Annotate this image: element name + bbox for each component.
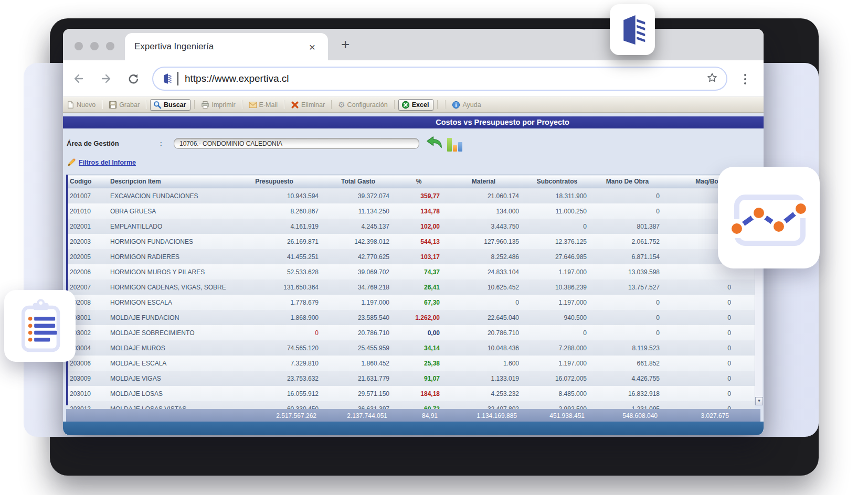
cell-1: EMPLANTILLADO <box>108 219 226 234</box>
eliminar-button[interactable]: Eliminar <box>288 100 327 110</box>
col-total-gasto: Total Gasto <box>323 175 394 188</box>
url-bar[interactable] <box>152 67 727 91</box>
cell-8: 0 <box>664 325 755 340</box>
cell-2: 10.943.594 <box>226 188 323 204</box>
cell-4: 184,18 <box>394 386 444 401</box>
table-row[interactable]: 202008HORMIGON ESCALA1.778.6791.197.0006… <box>68 295 755 310</box>
reload-button[interactable] <box>127 72 140 87</box>
imprimir-label: Imprimir <box>211 101 235 109</box>
cell-1: EXCAVACION FUNDACIONES <box>108 188 226 204</box>
cell-5: 1.133.019 <box>444 371 523 386</box>
cell-1: MOLDAJE SOBRECIMIENTO <box>108 325 226 340</box>
email-button[interactable]: E-Mail <box>246 101 280 109</box>
total-cell-4: 84,91 <box>391 409 442 423</box>
table-row[interactable]: 202003HORMIGON FUNDACIONES26.169.871142.… <box>68 234 755 249</box>
table-row[interactable]: 202005HORMIGON RADIERES41.455.25142.770.… <box>68 249 755 264</box>
cell-8: 0 <box>664 295 755 310</box>
cell-1: OBRA GRUESA <box>108 203 226 219</box>
area-gestion-label: Área de Gestión <box>67 139 160 147</box>
cell-3: 21.631.779 <box>323 371 394 386</box>
cell-6: 12.376.125 <box>523 234 591 249</box>
cell-8: 0 <box>664 279 755 295</box>
total-cell-3: 2.137.744.051 <box>321 409 391 423</box>
table-row[interactable]: 202001EMPLANTILLADO4.161.9194.245.137102… <box>68 219 755 234</box>
cell-5: 22.645.040 <box>444 310 523 325</box>
new-page-icon <box>67 101 75 109</box>
total-cell-7: 548.608.040 <box>589 409 662 423</box>
area-gestion-colon: : <box>160 139 174 147</box>
cell-2: 16.055.912 <box>226 386 323 401</box>
ayuda-button[interactable]: Ayuda <box>449 100 483 110</box>
cell-7: 0 <box>591 325 664 340</box>
cell-1: MOLDAJE FUNDACION <box>108 310 226 325</box>
total-cell-1 <box>105 409 224 423</box>
table-row[interactable]: 203006MOLDAJE ESCALA7.329.8101.860.45225… <box>68 356 755 371</box>
nuevo-label: Nuevo <box>77 101 96 109</box>
cell-7: 661.852 <box>591 356 664 371</box>
undo-arrow-button[interactable] <box>426 135 443 152</box>
cell-6: 1.197.000 <box>523 295 591 310</box>
table-row[interactable]: 202007HORMIGON CADENAS, VIGAS, SOBRELOSA… <box>68 279 755 295</box>
col-presupuesto: Presupuesto <box>226 175 323 188</box>
cell-8: 0 <box>664 371 755 386</box>
cell-6: 11.000.250 <box>523 203 591 219</box>
cell-3: 1.197.000 <box>323 295 394 310</box>
toolbar-separator <box>242 100 242 109</box>
nuevo-button[interactable]: Nuevo <box>64 100 98 110</box>
new-tab-button[interactable]: + <box>336 34 355 55</box>
browser-tab[interactable]: Expertiva Ingeniería × <box>125 33 328 60</box>
delete-x-icon <box>291 101 299 109</box>
table-row[interactable]: 203001MOLDAJE FUNDACION1.868.90023.585.5… <box>68 310 755 325</box>
cell-5: 20.786.710 <box>444 325 523 340</box>
table-row[interactable]: 203010MOLDAJE LOSAS16.055.91229.571.1501… <box>68 386 755 401</box>
browser-menu-icon[interactable] <box>741 73 749 85</box>
bar-chart-button[interactable] <box>447 137 462 152</box>
cell-4: 1.262,00 <box>394 310 444 325</box>
table-row[interactable]: 202006HORMIGON MUROS Y PILARES52.533.628… <box>68 264 755 279</box>
excel-icon <box>401 101 410 109</box>
email-label: E-Mail <box>259 101 278 109</box>
toolbar-separator <box>284 100 284 109</box>
cell-5: 0 <box>444 295 523 310</box>
table-row[interactable]: 201010OBRA GRUESA8.260.86711.134.250134,… <box>68 203 755 219</box>
cell-7: 13.039.598 <box>591 264 664 279</box>
back-button[interactable] <box>72 72 85 87</box>
table-row[interactable]: 201007EXCAVACION FUNDACIONES10.943.59439… <box>68 188 755 204</box>
cell-7: 2.061.752 <box>591 234 664 249</box>
cell-6: 1.197.000 <box>523 264 591 279</box>
cell-1: MOLDAJE LOSAS <box>108 386 226 401</box>
cell-0: 201007 <box>68 188 108 204</box>
table-header-row: Codigo Descripcion Item Presupuesto Tota… <box>68 175 755 188</box>
area-gestion-input[interactable] <box>174 138 419 149</box>
clipboard-card <box>4 290 76 362</box>
cell-4: 102,00 <box>394 219 444 234</box>
excel-button[interactable]: Excel <box>398 99 434 111</box>
imprimir-button[interactable]: Imprimir <box>198 100 238 110</box>
building-logo-icon <box>618 13 647 47</box>
cell-6: 8.485.000 <box>523 386 591 401</box>
scroll-down-button[interactable]: ▼ <box>755 397 763 405</box>
url-input[interactable] <box>184 72 706 85</box>
cell-4: 25,38 <box>394 356 444 371</box>
forward-button[interactable] <box>100 72 112 87</box>
tab-close-icon[interactable]: × <box>306 40 319 53</box>
gear-icon: ⚙ <box>338 101 345 109</box>
filtros-del-informe-link[interactable]: Filtros del Informe <box>79 159 136 166</box>
cell-3: 39.069.702 <box>323 264 394 279</box>
configuracion-button[interactable]: ⚙ Configuración <box>335 100 390 109</box>
table-row[interactable]: 203002MOLDAJE SOBRECIMIENTO020.786.7100,… <box>68 325 755 340</box>
totals-row: 2.517.567.2622.137.744.05184,911.134.169… <box>66 409 760 423</box>
bookmark-star-icon[interactable] <box>706 72 718 85</box>
cell-4: 544,13 <box>394 234 444 249</box>
cell-6: 0 <box>523 219 591 234</box>
buscar-button[interactable]: Buscar <box>150 99 190 111</box>
window-control-dot <box>90 42 99 50</box>
table-row[interactable]: 203004MOLDAJE MUROS74.565.12025.455.9593… <box>68 340 755 356</box>
table-row[interactable]: 203009MOLDAJE VIGAS23.753.63221.631.7799… <box>68 371 755 386</box>
cell-3: 29.571.150 <box>323 386 394 401</box>
cell-4: 67,30 <box>394 295 444 310</box>
ayuda-label: Ayuda <box>462 101 481 109</box>
report-title-bar: Costos vs Presupuesto por Proyecto <box>63 116 764 128</box>
grabar-button[interactable]: Grabar <box>106 100 142 110</box>
window-control-dot <box>75 42 83 50</box>
